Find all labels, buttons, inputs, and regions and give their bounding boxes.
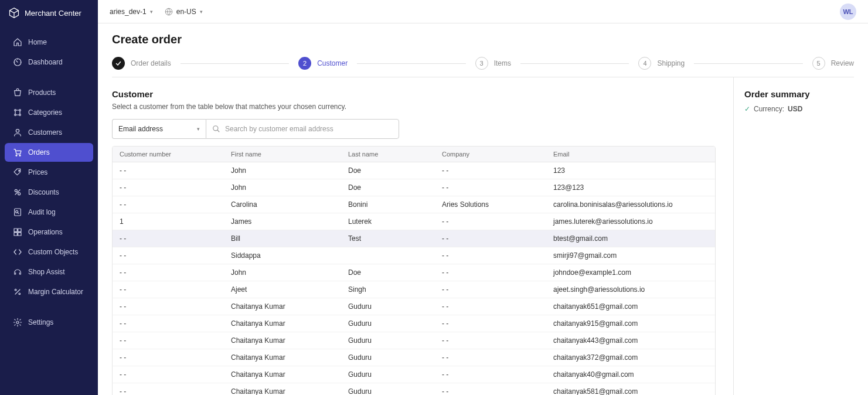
step-shipping[interactable]: 4Shipping [638,57,685,70]
table-row[interactable]: - -JohnDoe- -123@123 [113,179,715,196]
table-row[interactable]: 1JamesLuterek- -james.luterek@ariessolut… [113,213,715,230]
step-order-details[interactable]: Order details [112,57,171,70]
table-row[interactable]: - -AjeetSingh- -ajeet.singh@ariessolutio… [113,281,715,298]
cell-email: chaitanyak651@gmail.com [546,298,715,315]
table-row[interactable]: - -Chaitanya KumarGuduru- -chaitanyak581… [113,383,715,395]
svg-line-14 [18,213,19,214]
cell-company: - - [435,281,546,298]
prices-icon [13,168,22,177]
cell-customer-number: - - [113,264,224,281]
cell-last-name [341,247,435,264]
step-items[interactable]: 3Items [475,57,511,70]
table-row[interactable]: - -Chaitanya KumarGuduru- -chaitanyak372… [113,349,715,366]
customer-table: Customer number First name Last name Com… [112,146,716,395]
th-last-name[interactable]: Last name [341,147,435,162]
svg-point-9 [15,189,17,192]
cell-email: chaitanyak40@gmail.com [546,366,715,383]
table-row[interactable]: - -Chaitanya KumarGuduru- -chaitanyak443… [113,332,715,349]
table-row[interactable]: - -Chaitanya KumarGuduru- -chaitanyak915… [113,315,715,332]
cell-company: - - [435,349,546,366]
step-number: 4 [638,57,651,70]
sidebar-item-categories[interactable]: Categories [5,103,93,122]
cell-last-name: Singh [341,281,435,298]
svg-point-21 [19,293,21,295]
cell-customer-number: - - [113,281,224,298]
step-label: Shipping [657,59,685,67]
cell-customer-number: - - [113,349,224,366]
sidebar-item-label: Orders [28,148,50,156]
customers-icon [13,128,22,137]
table-row[interactable]: - -Siddappa- -smirji97@gmail.com [113,247,715,264]
cell-company: - - [435,213,546,230]
shop-assist-icon [13,267,22,277]
cell-company: - - [435,332,546,349]
sidebar-item-audit-log[interactable]: Audit log [5,203,93,222]
step-number [112,57,125,70]
cell-first-name: Ajeet [224,281,341,298]
cube-icon [8,7,20,19]
search-box [206,119,399,139]
table-row[interactable]: - -JohnDoe- -johndoe@example1.com [113,264,715,281]
cell-customer-number: - - [113,298,224,315]
cell-email: chaitanyak581@gmail.com [546,383,715,395]
svg-point-8 [19,170,20,171]
step-customer[interactable]: 2Customer [298,57,348,70]
cell-email: chaitanyak915@gmail.com [546,315,715,332]
filter-field-select[interactable]: Email address ▾ [112,119,206,139]
sidebar-item-prices[interactable]: Prices [5,163,93,182]
th-first-name[interactable]: First name [224,147,341,162]
sidebar-item-customers[interactable]: Customers [5,123,93,142]
search-icon [212,125,220,133]
cell-customer-number: - - [113,179,224,196]
table-row[interactable]: - -Chaitanya KumarGuduru- -chaitanyak40@… [113,366,715,383]
cell-company: - - [435,383,546,395]
step-number: 2 [298,57,311,70]
th-company[interactable]: Company [435,147,546,162]
cell-company: - - [435,230,546,247]
app-name: Merchant Center [25,9,81,18]
sidebar-item-operations[interactable]: Operations [5,223,93,241]
sidebar-item-label: Products [28,88,56,97]
sidebar-item-custom-objects[interactable]: Custom Objects [5,243,93,261]
cell-last-name: Guduru [341,366,435,383]
page-title: Create order [112,33,854,46]
sidebar-item-products[interactable]: Products [5,83,93,102]
table-row[interactable]: - -BillTest- -btest@gmail.com [113,230,715,247]
project-selector[interactable]: aries_dev-1 ▾ [110,8,153,16]
dashboard-icon [13,57,22,67]
sidebar-item-orders[interactable]: Orders [5,143,93,162]
th-email[interactable]: Email [546,147,715,162]
app-logo[interactable]: Merchant Center [0,0,98,26]
cell-email: ajeet.singh@ariessolutions.io [546,281,715,298]
cell-last-name: Test [341,230,435,247]
discounts-icon [13,188,22,197]
cell-last-name: Doe [341,264,435,281]
svg-point-20 [15,289,16,291]
th-customer-number[interactable]: Customer number [113,147,224,162]
search-input[interactable] [225,125,393,133]
sidebar-item-dashboard[interactable]: Dashboard [5,53,93,71]
sidebar-item-label: Discounts [28,188,59,196]
cell-company: - - [435,162,546,179]
chevron-down-icon: ▾ [197,126,200,132]
table-row[interactable]: - -CarolinaBoniniAries Solutionscarolina… [113,196,715,213]
sidebar-item-margin-calculator[interactable]: Margin Calculator [5,282,93,301]
cell-first-name: Chaitanya Kumar [224,315,341,332]
sidebar-item-label: Prices [28,168,47,176]
sidebar-item-settings[interactable]: Settings [5,313,93,332]
cell-email: 123@123 [546,179,715,196]
table-row[interactable]: - -Chaitanya KumarGuduru- -chaitanyak651… [113,298,715,315]
locale-selector[interactable]: en-US ▾ [165,8,203,16]
sidebar-item-discounts[interactable]: Discounts [5,183,93,202]
cell-company: - - [435,366,546,383]
cell-customer-number: - - [113,315,224,332]
cell-email: james.luterek@ariessolutions.io [546,213,715,230]
stepper: Order details2Customer3Items4Shipping5Re… [112,55,854,77]
sidebar-item-label: Customers [28,128,62,137]
avatar[interactable]: WL [840,4,856,20]
order-summary-title: Order summary [744,89,857,99]
step-review[interactable]: 5Review [812,57,854,70]
sidebar-item-home[interactable]: Home [5,33,93,52]
table-row[interactable]: - -JohnDoe- -123 [113,162,715,179]
sidebar-item-shop-assist[interactable]: Shop Assist [5,263,93,281]
